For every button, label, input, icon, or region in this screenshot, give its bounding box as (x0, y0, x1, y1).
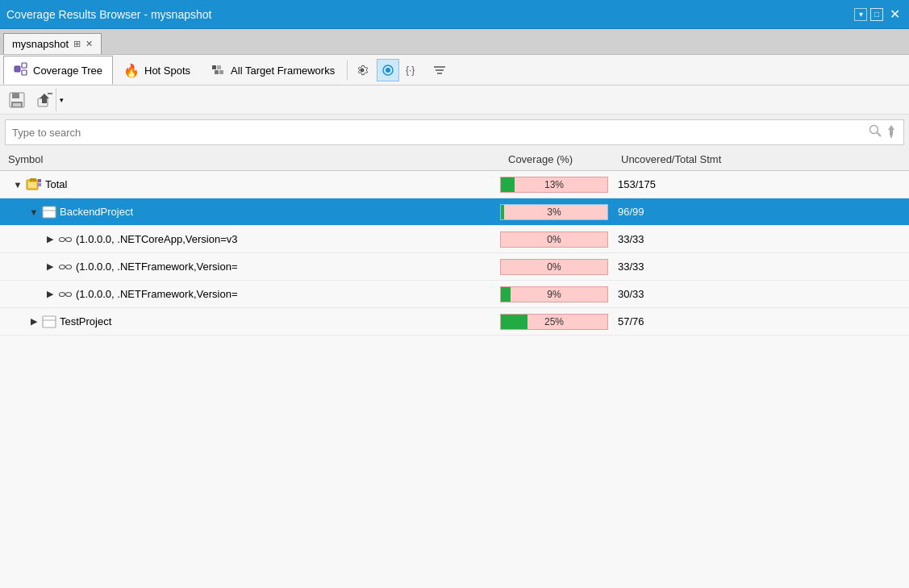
label-testproject: TestProject (60, 315, 111, 327)
search-bar (5, 119, 904, 145)
cell-uncovered-backend: 96/99 (613, 206, 909, 218)
title-bar-close-btn[interactable]: ✕ (886, 6, 903, 23)
tab-strip: mysnapshot ⊞ ✕ (0, 29, 909, 55)
svg-rect-2 (22, 70, 27, 75)
coverage-bar-netfx1: 0% (500, 259, 608, 275)
assembly-icon (58, 232, 73, 247)
coverage-text-netfx2: 9% (501, 289, 607, 300)
save-button[interactable] (5, 89, 29, 111)
label-backend: BackendProject (60, 206, 133, 218)
expand-icon-netfx1[interactable]: ▶ (45, 262, 55, 272)
svg-rect-1 (22, 63, 27, 68)
coverage-text-backend: 3% (501, 206, 607, 218)
svg-point-31 (60, 265, 65, 269)
svg-rect-26 (43, 206, 56, 218)
expand-icon-backend[interactable]: ▼ (29, 207, 39, 217)
svg-point-32 (66, 265, 72, 269)
title-bar-dropdown-btn[interactable]: ▾ (854, 8, 867, 21)
expand-icon-total[interactable]: ▼ (13, 180, 23, 190)
tab-all-target-frameworks[interactable]: All Target Frameworks (201, 56, 345, 85)
svg-text:{·}: {·} (406, 65, 415, 76)
title-bar-title: Coverage Results Browser - mysnapshot (6, 8, 211, 21)
assembly-icon-3 (58, 287, 73, 302)
svg-rect-22 (30, 178, 36, 181)
cell-uncovered-netfx1: 33/33 (613, 261, 909, 273)
cell-symbol-testproject: ▶ TestProject (0, 315, 500, 329)
svg-line-19 (878, 133, 882, 137)
tab-coverage-tree[interactable]: Coverage Tree (3, 56, 113, 85)
project-icon (42, 205, 56, 219)
label-netfx1: (1.0.0.0, .NETFramework,Version= (76, 261, 238, 273)
cell-symbol-total: ▼ Total (0, 177, 500, 192)
label-total: Total (45, 178, 67, 190)
main-table-area: Symbol Coverage (%) Uncovered/Total Stmt… (0, 148, 909, 588)
export-button-group[interactable]: ▾ (32, 88, 68, 112)
expand-icon-netfx2[interactable]: ▶ (45, 290, 55, 299)
svg-rect-25 (38, 183, 41, 186)
coverage-bar-netfx2: 9% (500, 286, 608, 302)
tab-label: mysnapshot (12, 38, 69, 50)
cell-symbol-netfx2: ▶ (1.0.0.0, .NETFramework,Version= (0, 287, 500, 302)
search-icon[interactable] (868, 123, 882, 141)
title-bar-controls: ▾ □ ✕ (854, 6, 903, 23)
coverage-text-netcore: 0% (501, 234, 607, 245)
coverage-bar-testproject: 25% (500, 314, 608, 330)
tab-hot-spots-label: Hot Spots (144, 65, 190, 77)
coverage-text-total: 13% (501, 179, 607, 190)
cell-symbol-backend: ▼ BackendProject (0, 205, 500, 219)
cell-coverage-netcore: 0% (500, 231, 613, 248)
tab-hot-spots[interactable]: 🔥 Hot Spots (113, 56, 201, 85)
assembly-icon-2 (58, 260, 73, 274)
tab-mysnapshot[interactable]: mysnapshot ⊞ ✕ (3, 33, 102, 54)
cell-uncovered-netcore: 33/33 (613, 233, 909, 245)
table-row[interactable]: ▶ TestProject 25% 57/76 (0, 308, 909, 336)
title-bar: Coverage Results Browser - mysnapshot ▾ … (0, 0, 909, 29)
svg-point-34 (60, 292, 65, 296)
export-dropdown-arrow[interactable]: ▾ (56, 89, 67, 111)
title-bar-maximize-btn[interactable]: □ (870, 8, 883, 21)
svg-rect-14 (12, 93, 19, 98)
svg-rect-6 (219, 70, 223, 74)
coverage-bar-total: 13% (500, 177, 608, 193)
table-header: Symbol Coverage (%) Uncovered/Total Stmt (0, 148, 909, 171)
svg-point-28 (60, 237, 65, 241)
svg-rect-3 (212, 65, 216, 69)
pin-icon[interactable] (886, 124, 897, 141)
coverage-text-netfx1: 0% (501, 261, 607, 273)
svg-rect-16 (13, 103, 21, 106)
table-row[interactable]: ▼ Total 13% 153/175 (0, 171, 909, 198)
label-netfx2: (1.0.0.0, .NETFramework,Version= (76, 288, 238, 300)
svg-point-8 (386, 68, 390, 73)
svg-rect-37 (43, 316, 56, 327)
all-target-frameworks-icon (211, 62, 226, 79)
coverage-bar-netcore: 0% (500, 231, 608, 248)
search-icons (868, 123, 897, 141)
tab-pin-icon[interactable]: ⊞ (73, 39, 81, 49)
svg-rect-23 (28, 182, 36, 188)
view-toggle-icon-btn[interactable] (377, 59, 399, 81)
col-header-uncovered: Uncovered/Total Stmt (613, 153, 909, 165)
table-row[interactable]: ▶ (1.0.0.0, .NETFramework,Version= 9% 30… (0, 281, 909, 308)
settings-icon-btn[interactable] (351, 59, 373, 81)
svg-rect-0 (15, 66, 20, 72)
expand-icon-testproject[interactable]: ▶ (29, 317, 39, 327)
export-button[interactable] (33, 89, 56, 111)
expand-icon-netcore[interactable]: ▶ (45, 235, 55, 244)
col-header-symbol: Symbol (0, 153, 500, 165)
coverage-text-testproject: 25% (501, 316, 607, 327)
cell-symbol-netcore: ▶ (1.0.0.0, .NETCoreApp,Version=v3 (0, 232, 500, 247)
filter-icon-btn[interactable] (428, 59, 451, 81)
tab-close-btn[interactable]: ✕ (85, 39, 93, 49)
toolbar-tabs: Coverage Tree 🔥 Hot Spots All Target Fra… (0, 55, 909, 85)
search-input[interactable] (12, 127, 868, 139)
table-row[interactable]: ▶ (1.0.0.0, .NETFramework,Version= 0% 33… (0, 253, 909, 281)
table-row[interactable]: ▼ BackendProject 3% 96/99 (0, 198, 909, 226)
code-view-icon-btn[interactable]: {·} (402, 59, 425, 81)
table-row[interactable]: ▶ (1.0.0.0, .NETCoreApp,Version=v3 0% 33… (0, 226, 909, 253)
cell-coverage-netfx2: 9% (500, 286, 613, 302)
tab-coverage-tree-label: Coverage Tree (33, 65, 102, 77)
svg-point-29 (66, 237, 72, 241)
svg-point-35 (66, 292, 72, 296)
cell-coverage-total: 13% (500, 177, 613, 193)
cell-coverage-testproject: 25% (500, 314, 613, 330)
